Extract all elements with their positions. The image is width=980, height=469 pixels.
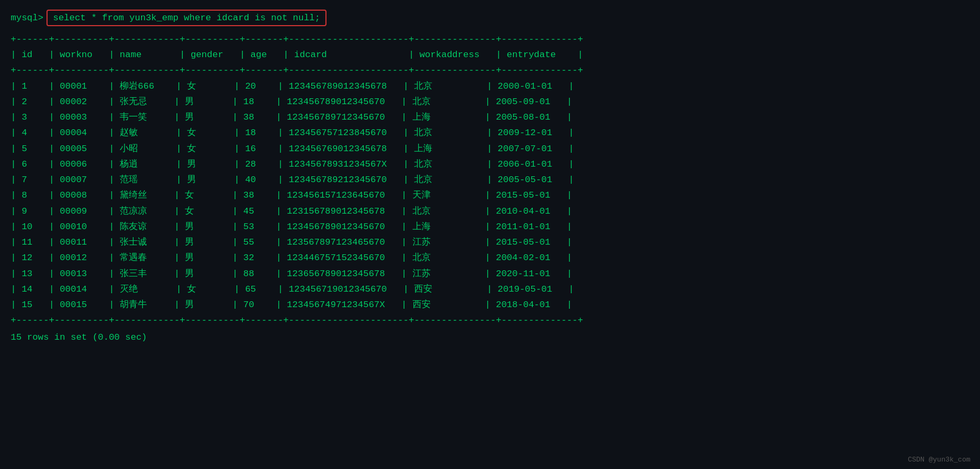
footer-text: 15 rows in set (0.00 sec): [11, 332, 969, 342]
sql-command: select * from yun3k_emp where idcard is …: [46, 10, 326, 26]
watermark: CSDN @yun3k_com: [908, 456, 970, 464]
table-output: +------+----------+------------+--------…: [11, 32, 969, 328]
prompt-line: mysql> select * from yun3k_emp where idc…: [11, 10, 969, 26]
prompt-label: mysql>: [11, 13, 43, 23]
